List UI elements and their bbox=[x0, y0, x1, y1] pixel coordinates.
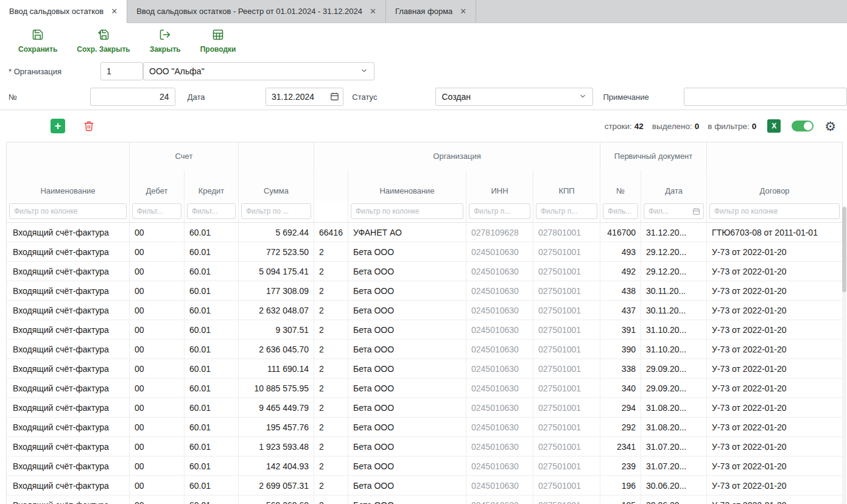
filter-contract-input[interactable] bbox=[709, 203, 840, 219]
cell-num[interactable]: 391 bbox=[600, 320, 641, 340]
table-row[interactable]: Входящий счёт-фактура0060.011 923 593.48… bbox=[7, 437, 843, 457]
filter-inn-input[interactable] bbox=[469, 203, 530, 219]
cell-code[interactable]: 2 bbox=[314, 457, 348, 476]
cell-contract[interactable]: У-73 от 2022-01-20 bbox=[707, 379, 843, 398]
cell-amount[interactable]: 2 636 045.70 bbox=[239, 340, 314, 359]
cell-amount[interactable]: 5 094 175.41 bbox=[239, 262, 314, 281]
filter-debit-input[interactable] bbox=[132, 203, 181, 219]
cell-credit[interactable]: 60.01 bbox=[185, 359, 239, 379]
delete-row-button[interactable] bbox=[83, 121, 94, 131]
cell-date[interactable]: 31.12.20... bbox=[641, 223, 707, 242]
cell-amount[interactable]: 111 690.14 bbox=[239, 359, 314, 379]
cell-name[interactable]: Входящий счёт-фактура bbox=[7, 242, 130, 262]
cell-name[interactable]: Входящий счёт-фактура bbox=[7, 476, 130, 495]
table-row[interactable]: Входящий счёт-фактура0060.01195 457.762Б… bbox=[7, 418, 843, 437]
cell-name[interactable]: Входящий счёт-фактура bbox=[7, 320, 130, 340]
cell-code[interactable]: 2 bbox=[314, 437, 348, 457]
cell-org_name[interactable]: УФАНЕТ АО bbox=[348, 223, 466, 242]
cell-amount[interactable]: 2 632 048.07 bbox=[239, 301, 314, 320]
cell-date[interactable]: 30.06.20... bbox=[641, 495, 707, 504]
cell-debit[interactable]: 00 bbox=[130, 495, 185, 504]
cell-org_name[interactable]: Бета ООО bbox=[348, 418, 466, 437]
cell-amount[interactable]: 9 465 449.79 bbox=[239, 398, 314, 418]
cell-credit[interactable]: 60.01 bbox=[185, 495, 239, 504]
cell-kpp[interactable]: 027501001 bbox=[533, 359, 600, 379]
cell-inn[interactable]: 0245010630 bbox=[466, 476, 533, 495]
cell-amount[interactable]: 10 885 575.95 bbox=[239, 379, 314, 398]
cell-kpp[interactable]: 027801001 bbox=[533, 223, 600, 242]
save-button[interactable]: Сохранить bbox=[18, 29, 57, 54]
cell-num[interactable]: 390 bbox=[600, 340, 641, 359]
cell-date[interactable]: 29.09.20... bbox=[641, 379, 707, 398]
cell-inn[interactable]: 0245010630 bbox=[466, 457, 533, 476]
cell-code[interactable]: 2 bbox=[314, 242, 348, 262]
cell-num[interactable]: 438 bbox=[600, 281, 641, 301]
note-input[interactable] bbox=[684, 88, 847, 106]
filter-credit-input[interactable] bbox=[187, 203, 236, 219]
cell-name[interactable]: Входящий счёт-фактура bbox=[7, 418, 130, 437]
cell-amount[interactable]: 5 692.44 bbox=[239, 223, 314, 242]
cell-name[interactable]: Входящий счёт-фактура bbox=[7, 437, 130, 457]
cell-amount[interactable]: 142 404.93 bbox=[239, 457, 314, 476]
cell-date[interactable]: 30.11.20... bbox=[641, 281, 707, 301]
cell-date[interactable]: 31.08.20... bbox=[641, 418, 707, 437]
cell-kpp[interactable]: 027501001 bbox=[533, 418, 600, 437]
cell-credit[interactable]: 60.01 bbox=[185, 262, 239, 281]
table-row[interactable]: Входящий счёт-фактура0060.01177 308.092Б… bbox=[7, 281, 843, 301]
cell-credit[interactable]: 60.01 bbox=[185, 398, 239, 418]
filter-kpp-input[interactable] bbox=[536, 203, 597, 219]
cell-org_name[interactable]: Бета ООО bbox=[348, 379, 466, 398]
filter-org-name-input[interactable] bbox=[351, 203, 463, 219]
cell-date[interactable]: 30.06.20... bbox=[641, 476, 707, 495]
cell-org_name[interactable]: Бета ООО bbox=[348, 242, 466, 262]
cell-inn[interactable]: 0245010630 bbox=[466, 359, 533, 379]
cell-credit[interactable]: 60.01 bbox=[185, 340, 239, 359]
cell-code[interactable]: 66416 bbox=[314, 223, 348, 242]
cell-inn[interactable]: 0245010630 bbox=[466, 398, 533, 418]
cell-contract[interactable]: У-73 от 2022-01-20 bbox=[707, 437, 843, 457]
cell-inn[interactable]: 0245010630 bbox=[466, 242, 533, 262]
table-row[interactable]: Входящий счёт-фактура0060.01111 690.142Б… bbox=[7, 359, 843, 379]
cell-code[interactable]: 2 bbox=[314, 418, 348, 437]
cell-kpp[interactable]: 027501001 bbox=[533, 457, 600, 476]
cell-num[interactable]: 492 bbox=[600, 262, 641, 281]
organization-select[interactable]: ООО "Альфа" bbox=[143, 62, 374, 80]
cell-inn[interactable]: 0245010630 bbox=[466, 379, 533, 398]
column-header-contract[interactable]: Договор bbox=[707, 170, 843, 201]
cell-num[interactable]: 294 bbox=[600, 398, 641, 418]
cell-inn[interactable]: 0245010630 bbox=[466, 281, 533, 301]
table-row[interactable]: Входящий счёт-фактура0060.015 094 175.41… bbox=[7, 262, 843, 281]
cell-name[interactable]: Входящий счёт-фактура bbox=[7, 457, 130, 476]
cell-kpp[interactable]: 027501001 bbox=[533, 495, 600, 504]
cell-amount[interactable]: 9 307.51 bbox=[239, 320, 314, 340]
column-header-num[interactable]: № bbox=[600, 170, 641, 201]
cell-date[interactable]: 30.11.20... bbox=[641, 301, 707, 320]
cell-credit[interactable]: 60.01 bbox=[185, 379, 239, 398]
cell-inn[interactable]: 0245010630 bbox=[466, 495, 533, 504]
cell-num[interactable]: 2341 bbox=[600, 437, 641, 457]
cell-code[interactable]: 2 bbox=[314, 281, 348, 301]
cell-debit[interactable]: 00 bbox=[130, 242, 185, 262]
cell-contract[interactable]: У-73 от 2022-01-20 bbox=[707, 495, 843, 504]
cell-debit[interactable]: 00 bbox=[130, 379, 185, 398]
cell-contract[interactable]: У-73 от 2022-01-20 bbox=[707, 418, 843, 437]
cell-name[interactable]: Входящий счёт-фактура bbox=[7, 340, 130, 359]
filter-num-input[interactable] bbox=[603, 203, 638, 219]
organization-code-input[interactable] bbox=[100, 62, 143, 80]
number-input[interactable] bbox=[90, 88, 175, 106]
cell-inn[interactable]: 0245010630 bbox=[466, 340, 533, 359]
cell-kpp[interactable]: 027501001 bbox=[533, 262, 600, 281]
cell-date[interactable]: 31.07.20... bbox=[641, 457, 707, 476]
cell-num[interactable]: 416700 bbox=[600, 223, 641, 242]
table-row[interactable]: Входящий счёт-фактура0060.01142 404.932Б… bbox=[7, 457, 843, 476]
table-row[interactable]: Входящий счёт-фактура0060.019 307.512Бет… bbox=[7, 320, 843, 340]
cell-org_name[interactable]: Бета ООО bbox=[348, 320, 466, 340]
cell-date[interactable]: 31.10.20... bbox=[641, 320, 707, 340]
cell-num[interactable]: 292 bbox=[600, 418, 641, 437]
cell-inn[interactable]: 0245010630 bbox=[466, 320, 533, 340]
column-header-credit[interactable]: Кредит bbox=[185, 170, 239, 201]
filter-toggle[interactable] bbox=[792, 121, 814, 131]
cell-name[interactable]: Входящий счёт-фактура bbox=[7, 301, 130, 320]
cell-inn[interactable]: 0245010630 bbox=[466, 418, 533, 437]
column-header-inn[interactable]: ИНН bbox=[466, 170, 533, 201]
